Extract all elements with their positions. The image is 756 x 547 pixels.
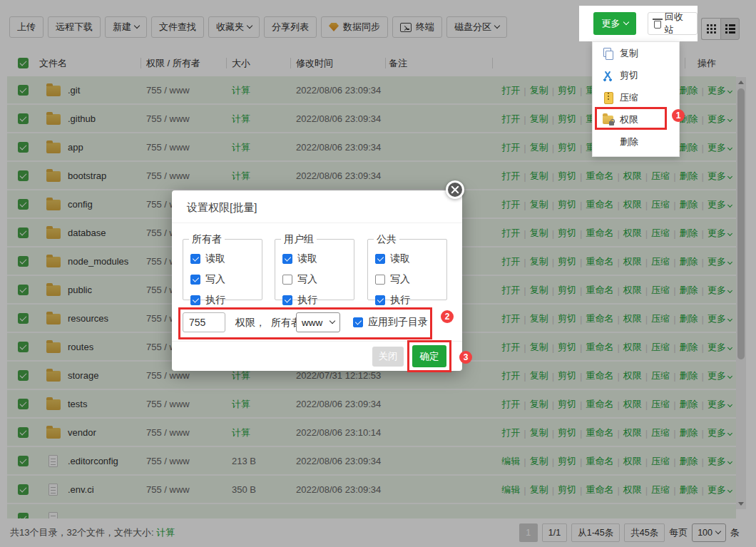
dialog-title: 设置权限[批量] (187, 190, 257, 223)
permission-group: 用户组读取写入执行 (275, 239, 354, 300)
scissors-icon (602, 70, 614, 81)
copy-icon (602, 48, 614, 59)
menu-item-delete[interactable]: 删除 (593, 131, 679, 153)
menu-item-label: 权限 (620, 113, 638, 126)
permission-option[interactable]: 写入 (190, 269, 262, 290)
group-legend: 公共 (374, 233, 399, 246)
group-legend: 所有者 (189, 233, 225, 246)
apply-subdir-option[interactable]: 应用到子目录 (353, 312, 428, 332)
file-manager-page: 上传远程下载新建文件查找收藏夹分享列表数据同步终端磁盘分区 文件名权限 / 所有… (0, 0, 756, 547)
menu-item-label: 剪切 (620, 69, 638, 82)
checkbox[interactable] (282, 275, 292, 285)
checkbox[interactable] (375, 275, 385, 285)
checkbox[interactable] (190, 275, 200, 285)
checkbox[interactable] (282, 254, 292, 264)
checkbox[interactable] (190, 254, 200, 264)
zip-icon (602, 92, 614, 103)
group-legend: 用户组 (281, 233, 317, 246)
confirm-button[interactable]: 确定 (412, 345, 446, 367)
menu-item-copy[interactable]: 复制 (593, 42, 679, 64)
annotation-badge-1: 1 (672, 109, 685, 122)
checkbox[interactable] (375, 254, 385, 264)
chevron-down-icon (330, 318, 335, 324)
option-label: 执行 (390, 294, 410, 307)
more-menu-panel: 更多 回收站 (579, 6, 698, 41)
option-label: 写入 (390, 273, 410, 286)
permission-input[interactable] (183, 312, 225, 332)
apply-subdir-label: 应用到子目录 (368, 316, 428, 329)
annotation-badge-3: 3 (459, 351, 472, 364)
delete-icon (602, 136, 614, 148)
chevron-down-icon (623, 19, 628, 25)
checkbox[interactable] (282, 295, 292, 305)
checkbox[interactable] (375, 295, 385, 305)
owner-select-value: www (302, 317, 322, 328)
menu-item-label: 复制 (620, 47, 638, 60)
lock-icon (609, 121, 614, 126)
divider (172, 341, 462, 342)
recycle-bin-label: 回收站 (665, 11, 691, 36)
more-button-label: 更多 (602, 17, 620, 30)
permission-label: 权限， (235, 312, 265, 332)
permission-group: 公共读取写入执行 (367, 239, 447, 300)
menu-item-label: 删除 (620, 136, 638, 148)
owner-select[interactable]: www (296, 312, 340, 332)
permission-option[interactable]: 执行 (375, 290, 446, 310)
permission-group: 所有者读取写入执行 (183, 239, 262, 300)
menu-item-folder-lock[interactable]: 权限 (593, 108, 679, 131)
set-permission-dialog: 设置权限[批量] 所有者读取写入执行用户组读取写入执行公共读取写入执行 权限， … (172, 190, 462, 371)
permission-option[interactable]: 执行 (190, 290, 262, 310)
option-label: 写入 (205, 273, 225, 286)
menu-item-label: 压缩 (620, 91, 638, 104)
permission-option[interactable]: 读取 (375, 248, 446, 269)
more-button[interactable]: 更多 (593, 12, 636, 35)
close-button[interactable]: 关闭 (372, 347, 404, 367)
option-label: 读取 (390, 252, 410, 265)
more-dropdown-menu: 复制剪切压缩权限删除 (592, 41, 680, 157)
folder-lock-icon (602, 114, 614, 126)
divider (172, 223, 462, 223)
option-label: 写入 (297, 273, 317, 286)
permission-option[interactable]: 执行 (282, 290, 354, 310)
option-label: 执行 (297, 294, 317, 307)
permission-option[interactable]: 读取 (190, 248, 262, 269)
option-label: 读取 (297, 252, 317, 265)
menu-item-zip[interactable]: 压缩 (593, 86, 679, 108)
option-label: 执行 (205, 294, 225, 307)
menu-item-scissors[interactable]: 剪切 (593, 64, 679, 86)
recycle-bin-button[interactable]: 回收站 (648, 12, 698, 35)
permission-option[interactable]: 写入 (375, 269, 446, 290)
permission-option[interactable]: 写入 (282, 269, 354, 290)
permission-option[interactable]: 读取 (282, 248, 354, 269)
checkbox[interactable] (190, 295, 200, 305)
option-label: 读取 (205, 252, 225, 265)
annotation-badge-2: 2 (441, 310, 454, 323)
close-icon[interactable] (446, 180, 464, 199)
apply-subdir-checkbox[interactable] (353, 317, 363, 327)
trash-icon (654, 21, 661, 29)
